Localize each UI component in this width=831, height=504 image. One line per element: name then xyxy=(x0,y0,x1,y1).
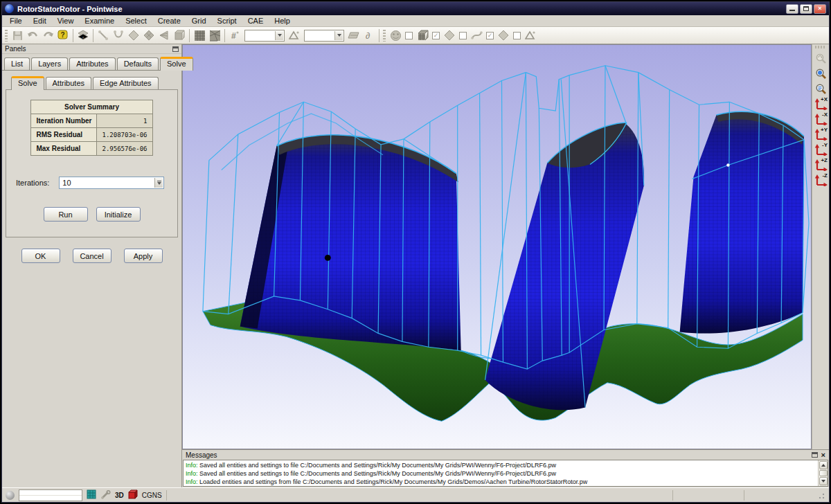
view-plus-z-button[interactable]: +Z xyxy=(813,158,828,172)
tab-list[interactable]: List xyxy=(4,57,30,70)
layers-stack-icon[interactable]: + xyxy=(75,28,91,43)
menu-bar: File Edit View Examine Select Create Gri… xyxy=(2,15,829,27)
mask-domains-checkbox[interactable] xyxy=(459,32,467,39)
subtab-edge-attributes[interactable]: Edge Attributes xyxy=(93,77,159,89)
mask-domains-icon[interactable] xyxy=(442,28,457,43)
iterations-label: Iterations: xyxy=(16,179,49,187)
toolbar-separator xyxy=(224,29,225,42)
mask-database-icon[interactable] xyxy=(388,28,403,43)
view-plus-y-button[interactable]: +Y xyxy=(813,127,828,141)
create-block-icon[interactable] xyxy=(172,28,187,43)
menu-cae[interactable]: CAE xyxy=(242,16,269,26)
close-button[interactable]: × xyxy=(814,4,826,14)
menu-create[interactable]: Create xyxy=(152,16,186,26)
mask-blocks-checkbox[interactable]: ✓ xyxy=(432,32,440,39)
toolbar-grip[interactable] xyxy=(5,30,8,42)
menu-view[interactable]: View xyxy=(52,16,80,26)
mask-spacings-checkbox[interactable] xyxy=(513,32,521,39)
iterations-input[interactable]: 10 xyxy=(59,177,164,189)
initialize-button[interactable]: Initialize xyxy=(96,207,141,222)
tab-layers[interactable]: Layers xyxy=(31,57,68,70)
chevron-down-icon[interactable] xyxy=(334,31,343,40)
mask-points-icon[interactable] xyxy=(523,28,538,43)
menu-select[interactable]: Select xyxy=(120,16,152,26)
main-toolbar: ? + # xyxy=(2,27,829,44)
mask-connectors-icon[interactable] xyxy=(469,28,484,43)
coordinate-readout[interactable] xyxy=(19,489,82,501)
save-icon[interactable] xyxy=(10,28,25,43)
panel-float-icon[interactable] xyxy=(172,46,179,52)
messages-log[interactable]: Info: Saved all entities and settings to… xyxy=(183,460,828,487)
tracking-ball-icon xyxy=(6,491,15,500)
mask-database-checkbox[interactable] xyxy=(405,32,413,39)
run-button[interactable]: Run xyxy=(44,207,88,222)
ok-button[interactable]: OK xyxy=(21,249,60,263)
messages-close-icon[interactable]: × xyxy=(821,451,825,458)
zoom-box-icon[interactable] xyxy=(813,82,828,96)
mask-spacings-icon[interactable] xyxy=(496,28,511,43)
iterations-spinner[interactable] xyxy=(154,178,163,188)
cancel-button[interactable]: Cancel xyxy=(73,249,111,263)
svg-text:+: + xyxy=(82,35,84,40)
panels-header[interactable]: Panels xyxy=(2,44,181,54)
mask-blocks-icon[interactable] xyxy=(415,28,430,43)
zoom-previous-icon[interactable] xyxy=(813,51,828,65)
redo-icon[interactable] xyxy=(40,28,55,43)
domain-flat-icon[interactable] xyxy=(346,28,361,43)
resize-grip[interactable] xyxy=(816,491,825,500)
menu-file[interactable]: File xyxy=(4,16,28,26)
messages-float-icon[interactable] xyxy=(812,452,818,458)
undo-icon[interactable] xyxy=(25,28,40,43)
statusbar-separator xyxy=(166,490,167,501)
menu-script[interactable]: Script xyxy=(212,16,242,26)
tab-attributes[interactable]: Attributes xyxy=(69,57,115,70)
apply-button[interactable]: Apply xyxy=(124,249,163,263)
partial-derivative-icon[interactable]: ∂ xyxy=(361,28,377,43)
mask-connectors-checkbox[interactable]: ✓ xyxy=(486,32,494,39)
scroll-up-icon[interactable] xyxy=(819,461,828,469)
restore-button[interactable] xyxy=(800,4,812,14)
dimension-combo[interactable] xyxy=(244,30,285,42)
create-connector-icon[interactable] xyxy=(96,28,111,43)
create-fan-icon[interactable] xyxy=(157,28,172,43)
subtab-attributes[interactable]: Attributes xyxy=(46,77,91,89)
view-minus-z-button[interactable]: -Z xyxy=(813,173,828,187)
create-domain-icon[interactable] xyxy=(126,28,141,43)
spacing-delta-icon[interactable] xyxy=(287,28,302,43)
view-minus-y-button[interactable]: -Y xyxy=(813,143,828,156)
zoom-fit-icon[interactable] xyxy=(813,66,828,80)
create-structured-domain-icon[interactable] xyxy=(141,28,157,43)
app-icon xyxy=(5,4,14,13)
structured-grid-view-icon[interactable] xyxy=(192,28,207,43)
tab-solve[interactable]: Solve xyxy=(160,57,193,71)
help-icon[interactable]: ? xyxy=(55,28,71,43)
grid-icon xyxy=(87,489,96,501)
toolbar-separator xyxy=(379,29,379,42)
subtab-solve[interactable]: Solve xyxy=(11,76,44,90)
tab-defaults[interactable]: Defaults xyxy=(117,57,159,70)
toolbar-grip[interactable] xyxy=(383,30,386,42)
spacing-combo[interactable] xyxy=(304,30,344,42)
max-residual-label: Max Residual xyxy=(31,142,97,156)
menu-examine[interactable]: Examine xyxy=(79,16,120,26)
chevron-down-icon[interactable] xyxy=(275,31,283,40)
tools-icon xyxy=(100,490,111,501)
view-minus-x-button[interactable]: -X xyxy=(813,112,828,126)
view-toolbar-grip[interactable] xyxy=(815,46,826,48)
messages-scrollbar[interactable] xyxy=(818,460,828,486)
create-curve-icon[interactable] xyxy=(111,28,126,43)
view-plus-x-button[interactable]: +X xyxy=(813,97,828,111)
title-bar[interactable]: RotorStatorRotor - Pointwise × xyxy=(2,2,829,15)
menu-edit[interactable]: Edit xyxy=(28,16,52,26)
rms-residual-label: RMS Residual xyxy=(31,128,97,142)
minimize-button[interactable] xyxy=(786,4,798,14)
3d-viewport[interactable] xyxy=(182,44,812,449)
unstructured-grid-view-icon[interactable] xyxy=(207,28,222,43)
menu-grid[interactable]: Grid xyxy=(186,16,212,26)
scroll-down-icon[interactable] xyxy=(819,477,828,485)
menu-help[interactable]: Help xyxy=(269,16,296,26)
messages-header[interactable]: Messages × xyxy=(182,450,829,460)
dimension-count-icon[interactable]: # xyxy=(227,28,242,43)
scroll-thumb[interactable] xyxy=(819,470,828,476)
solve-panel: Solve Attributes Edge Attributes Solver … xyxy=(2,70,181,487)
